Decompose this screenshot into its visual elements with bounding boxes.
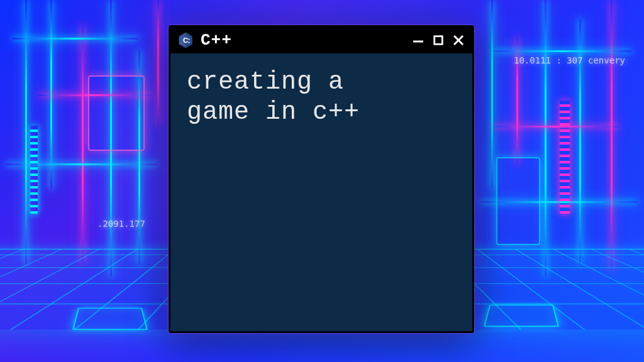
svg-text:+: +	[187, 40, 190, 44]
maximize-button[interactable]	[431, 33, 446, 48]
terminal-body[interactable]: creating a game in c++	[170, 53, 472, 331]
svg-rect-6	[435, 36, 443, 45]
window-title: C++	[201, 31, 404, 50]
cpp-logo-icon: C + +	[177, 31, 194, 49]
close-button[interactable]	[451, 33, 466, 48]
bg-decorative-text-right: 10.0111 : 307 cenvery	[514, 55, 625, 65]
minimize-button[interactable]	[411, 33, 426, 48]
terminal-text: creating a game in c++	[187, 67, 456, 128]
window-titlebar[interactable]: C + + C++	[170, 27, 472, 53]
terminal-window: C + + C++ creating a game in c++	[169, 25, 474, 333]
window-controls	[411, 33, 466, 48]
bg-decorative-text-left: .2091.177	[97, 219, 145, 229]
